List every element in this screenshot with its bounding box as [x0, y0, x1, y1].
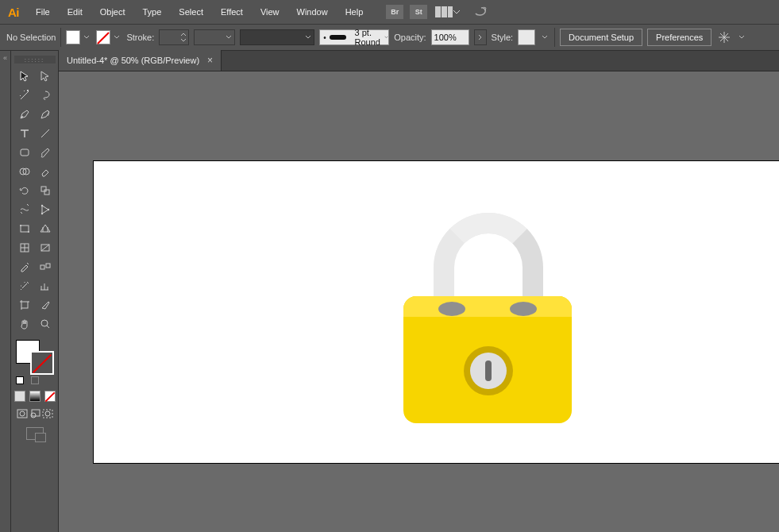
tool-eraser[interactable]: [35, 162, 56, 181]
tool-shape-builder[interactable]: [14, 162, 35, 181]
style-label: Style:: [492, 33, 514, 42]
svg-rect-9: [21, 226, 29, 232]
draw-behind-icon[interactable]: [29, 408, 41, 419]
stroke-swatch-group[interactable]: [96, 30, 121, 44]
opacity-field[interactable]: 100%: [431, 29, 469, 45]
chevron-down-icon: [453, 8, 461, 16]
document-setup-button[interactable]: Document Setup: [560, 29, 642, 46]
color-mode-gradient[interactable]: [29, 391, 40, 402]
tool-gradient[interactable]: [35, 238, 56, 257]
menu-object[interactable]: Object: [91, 0, 134, 24]
document-area: Untitled-4* @ 50% (RGB/Preview) ×: [59, 51, 779, 532]
brush-definition-field[interactable]: [240, 29, 314, 45]
control-bar: No Selection Stroke: • 3 pt. Round Opaci…: [0, 24, 779, 51]
tool-curvature[interactable]: [35, 105, 56, 124]
color-mode-solid[interactable]: [14, 391, 25, 402]
tool-direct-selection[interactable]: [35, 67, 56, 86]
gpu-preview-icon[interactable]: [472, 3, 489, 21]
menu-edit[interactable]: Edit: [59, 0, 91, 24]
tool-scale[interactable]: [35, 181, 56, 200]
screen-mode-toggle[interactable]: [26, 427, 44, 440]
fill-dropdown[interactable]: [82, 30, 91, 44]
menu-select[interactable]: Select: [170, 0, 212, 24]
stroke-dropdown[interactable]: [112, 30, 121, 44]
selection-status: No Selection: [6, 33, 56, 42]
graphic-style-swatch[interactable]: [518, 29, 535, 45]
svg-rect-1: [21, 149, 29, 156]
draw-inside-icon[interactable]: [41, 408, 54, 419]
draw-normal-icon[interactable]: [16, 408, 29, 419]
menu-type[interactable]: Type: [134, 0, 171, 24]
current-stroke-swatch[interactable]: [30, 351, 54, 375]
tool-lasso[interactable]: [35, 86, 56, 105]
svg-point-10: [20, 225, 21, 226]
tool-slice[interactable]: [35, 295, 56, 314]
fill-swatch-group[interactable]: [66, 30, 91, 44]
tool-hand[interactable]: [14, 314, 35, 333]
tool-column-graph[interactable]: [35, 276, 56, 295]
stroke-profile-field[interactable]: [194, 29, 235, 45]
svg-rect-16: [21, 302, 28, 308]
align-flyout-icon[interactable]: [716, 29, 732, 45]
tool-free-transform[interactable]: [14, 219, 35, 238]
control-overflow[interactable]: [737, 30, 746, 44]
fill-stroke-proxy[interactable]: [16, 340, 54, 375]
tool-paintbrush[interactable]: [35, 143, 56, 162]
opacity-label: Opacity:: [394, 33, 426, 42]
menu-window[interactable]: Window: [288, 0, 337, 24]
menu-view[interactable]: View: [252, 0, 288, 24]
stroke-swatch[interactable]: [96, 30, 110, 44]
app-root: Ai File Edit Object Type Select Effect V…: [0, 0, 779, 532]
stroke-weight-field[interactable]: [159, 29, 189, 45]
tool-rotate[interactable]: [14, 181, 35, 200]
color-mode-row[interactable]: [14, 391, 56, 402]
tools-grip[interactable]: ::::::: [14, 56, 56, 64]
tool-zoom[interactable]: [35, 314, 56, 333]
tool-eyedropper[interactable]: [14, 257, 35, 276]
draw-mode-row[interactable]: [16, 408, 54, 419]
tool-pen[interactable]: [14, 105, 35, 124]
tool-selection[interactable]: [14, 67, 35, 86]
tool-line[interactable]: [35, 124, 56, 143]
fill-swatch[interactable]: [66, 30, 80, 44]
menu-effect[interactable]: Effect: [212, 0, 252, 24]
tool-puppet-warp[interactable]: [35, 200, 56, 219]
preferences-button[interactable]: Preferences: [647, 29, 712, 46]
stock-icon[interactable]: St: [410, 5, 427, 19]
tool-symbol-sprayer[interactable]: [14, 276, 35, 295]
svg-point-23: [45, 411, 50, 416]
profile-value: 3 pt. Round: [353, 28, 385, 47]
chevron-down-icon: [384, 34, 388, 40]
color-mode-none[interactable]: [44, 391, 56, 402]
document-tab-strip: Untitled-4* @ 50% (RGB/Preview) ×: [59, 51, 779, 71]
document-tab[interactable]: Untitled-4* @ 50% (RGB/Preview) ×: [59, 50, 222, 71]
panel-collapse-strip[interactable]: «: [0, 51, 11, 532]
tool-width[interactable]: [14, 200, 35, 219]
tool-perspective-grid[interactable]: [35, 219, 56, 238]
menu-help[interactable]: Help: [337, 0, 372, 24]
stepper-icon: [180, 32, 187, 43]
lock-shackle-hole-right: [510, 302, 537, 316]
arrange-documents[interactable]: [435, 6, 461, 17]
close-icon[interactable]: ×: [207, 55, 213, 66]
canvas[interactable]: [59, 71, 779, 532]
artwork-padlock[interactable]: [403, 213, 578, 435]
tool-rectangle[interactable]: [14, 143, 35, 162]
chevron-down-icon: [305, 34, 311, 40]
svg-rect-14: [40, 265, 44, 269]
menu-file[interactable]: File: [27, 0, 59, 24]
bridge-icon[interactable]: Br: [386, 5, 403, 19]
opacity-flyout[interactable]: [474, 29, 487, 45]
tool-blend[interactable]: [35, 257, 56, 276]
tool-mesh[interactable]: [14, 238, 35, 257]
artboard[interactable]: [94, 161, 779, 463]
tool-artboard[interactable]: [14, 295, 35, 314]
style-dropdown[interactable]: [540, 30, 550, 44]
opacity-value: 100%: [434, 33, 457, 42]
lock-keyhole-slot: [485, 360, 492, 381]
tool-type[interactable]: [14, 124, 35, 143]
fill-stroke-mini-controls[interactable]: [16, 376, 54, 386]
variable-width-profile[interactable]: • 3 pt. Round: [319, 29, 389, 45]
tool-magic-wand[interactable]: [14, 86, 35, 105]
svg-point-7: [40, 213, 42, 214]
